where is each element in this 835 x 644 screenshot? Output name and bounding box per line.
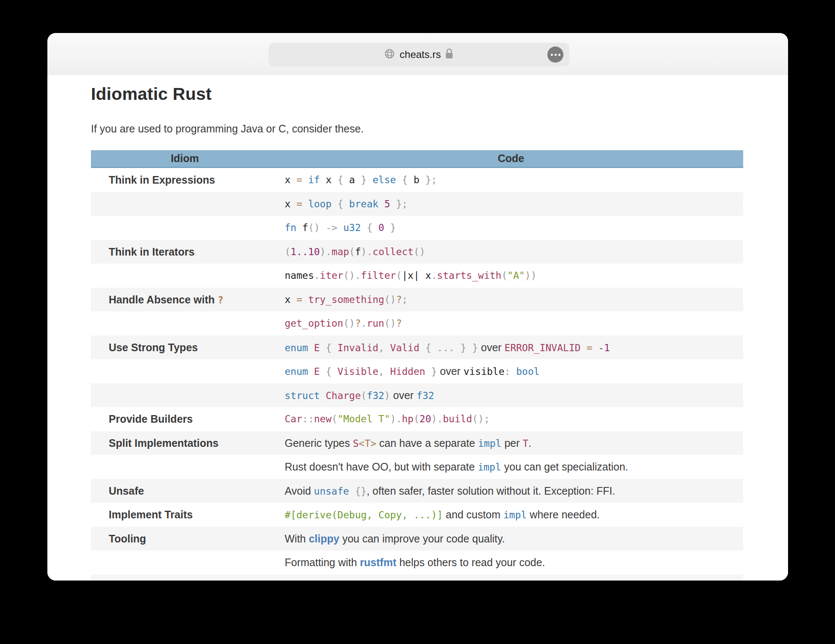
text-segment: ) (384, 390, 390, 401)
text-segment: (). (343, 270, 361, 281)
text-segment: ? (396, 318, 402, 329)
text-segment: and custom (443, 509, 503, 520)
table-row: Think in Iterators (1..10).map(f).collec… (91, 240, 743, 264)
text-segment: = (297, 174, 308, 185)
text-segment: ? (355, 318, 361, 329)
text-segment: and (425, 581, 448, 581)
idiom-cell: Think in Iterators (91, 240, 279, 264)
idiom-cell (91, 216, 279, 240)
text-segment: helps others to read your code. (396, 556, 545, 568)
text-segment: try_something (308, 294, 384, 305)
text-segment: Generic types (285, 437, 353, 449)
text-segment: if (308, 174, 326, 185)
text-segment: impl (478, 462, 501, 473)
address-bar[interactable]: cheats.rs (269, 43, 569, 66)
text-segment: : (505, 366, 516, 377)
text-segment: ( (332, 413, 338, 424)
text-segment: starts_with (437, 270, 501, 281)
text-segment: (); (472, 413, 490, 424)
code-cell: Car::new("Model T").hp(20).build(); (279, 407, 743, 431)
code-cell: struct Charge(f32) over f32 (279, 383, 743, 407)
text-segment: ( (285, 246, 291, 257)
text-segment: #[derive(Debug, Copy, ...)] (285, 509, 443, 520)
text-segment: per (501, 437, 522, 449)
idiom-cell: Provide Builders (91, 407, 279, 431)
code-cell: x = try_something()?; (279, 288, 743, 312)
link[interactable]: rustfmt (360, 556, 396, 568)
text-segment: visible (464, 366, 505, 377)
page-settings-button[interactable] (547, 47, 563, 63)
idiom-cell: Think in Expressions (91, 168, 279, 192)
text-segment: impl (503, 509, 527, 520)
text-segment: E (314, 366, 326, 377)
code-cell: x = loop { break 5 }; (279, 192, 743, 216)
table-row: Use Strong Types enum E { Invalid, Valid… (91, 336, 743, 360)
table-row: Tooling With clippy you can improve your… (91, 527, 743, 551)
code-cell: With clippy you can improve your code qu… (279, 527, 743, 551)
idiom-cell: Handle Absence with ? (91, 288, 279, 312)
text-segment: = (586, 342, 598, 353)
text-segment: Formatting with (285, 556, 360, 568)
text-segment: ( (414, 413, 420, 424)
lock-icon (445, 48, 454, 61)
text-segment: run (367, 318, 385, 329)
text-segment: you can get specialization. (501, 461, 628, 473)
text-segment: = (297, 198, 308, 209)
code-cell: names.iter().filter(|x| x.starts_with("A… (279, 264, 743, 288)
text-segment: loop (308, 198, 337, 209)
text-segment: , (379, 342, 390, 353)
idiom-table-body: Think in Expressions x = if x { a } else… (91, 168, 743, 581)
idiom-cell: Implement Traits (91, 503, 279, 527)
text-segment: ( (349, 246, 355, 257)
text-segment: () (414, 246, 426, 257)
text-segment: With (285, 533, 309, 545)
text-segment: }; (425, 174, 437, 185)
code-cell: Document your code with /// and //! comm… (279, 575, 743, 581)
text-segment: "A" (507, 270, 525, 281)
text-segment: Document your code with (285, 581, 407, 581)
text-segment: "Model T" (338, 413, 390, 424)
idiom-cell: Documentation (91, 575, 279, 581)
text-segment: , (379, 366, 390, 377)
table-row: x = loop { break 5 }; (91, 192, 743, 216)
idiom-cell: Tooling (91, 527, 279, 551)
text-segment: ). (361, 246, 373, 257)
text-segment: . (528, 437, 531, 449)
text-segment: () (343, 318, 355, 329)
text-segment: over (478, 341, 505, 353)
text-segment: } (460, 342, 472, 353)
text-segment: break (349, 198, 384, 209)
text-segment: ). (320, 246, 332, 257)
text-segment: Think in Expressions (109, 174, 215, 186)
text-segment: -> (326, 222, 343, 233)
text-segment: f32 (417, 390, 434, 401)
text-segment: where needed. (527, 509, 599, 520)
text-segment: { (326, 342, 338, 353)
table-row: Formatting with rustfmt helps others to … (91, 550, 743, 575)
text-segment: . (361, 318, 367, 329)
idiom-table: Idiom Code Think in Expressions x = if x… (91, 150, 743, 581)
text-segment: fn (285, 222, 302, 233)
link[interactable]: clippy (309, 533, 339, 545)
page-title: Idiomatic Rust (91, 84, 211, 104)
code-cell: enum E { Visible, Hidden } over visible:… (279, 359, 743, 383)
text-segment: ( (396, 270, 402, 281)
code-cell: x = if x { a } else { b }; (279, 168, 743, 192)
col-header-code: Code (279, 150, 743, 167)
text-segment: f (355, 246, 361, 257)
text-segment: else (373, 174, 402, 185)
idiom-cell (91, 550, 279, 575)
idiom-cell (91, 311, 279, 336)
table-row: Rust doesn't have OO, but with separate … (91, 455, 743, 479)
text-segment: a (349, 174, 361, 185)
idiom-cell (91, 264, 279, 288)
code-cell: fn f() -> u32 { 0 } (279, 216, 743, 240)
text-segment: ? (217, 294, 223, 305)
table-row: Provide Builders Car::new("Model T").hp(… (91, 407, 743, 431)
text-segment: ). (431, 413, 443, 424)
table-row: struct Charge(f32) over f32 (91, 383, 743, 407)
text-segment: ). (390, 413, 402, 424)
text-segment: Implement Traits (109, 509, 193, 520)
text-segment: { (425, 342, 437, 353)
idiom-cell (91, 192, 279, 216)
